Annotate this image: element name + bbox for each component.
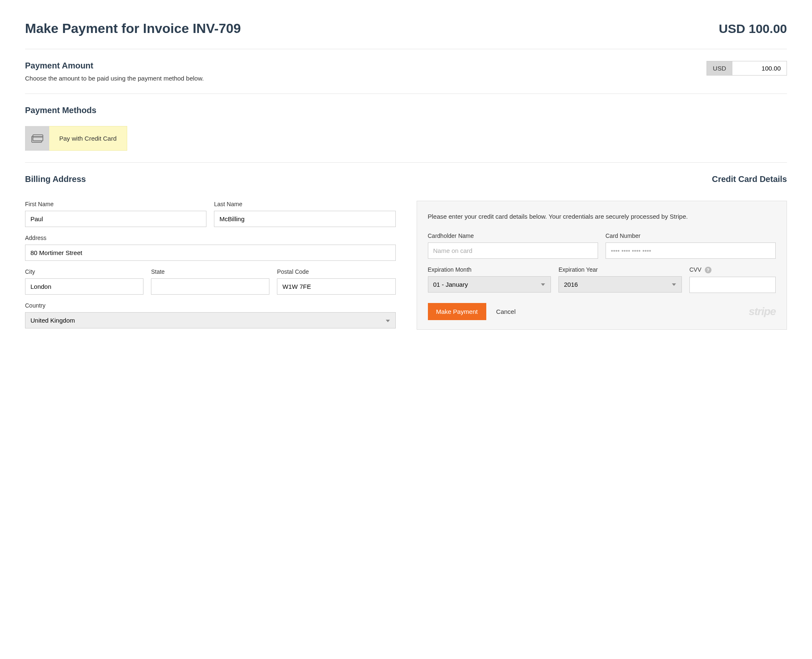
card-number-input[interactable] [606,242,776,259]
billing-title: Billing Address [25,174,86,184]
exp-month-select[interactable]: 01 - January [428,276,551,293]
address-input[interactable] [25,245,396,261]
credit-card-icon [25,126,49,151]
payment-amount-desc: Choose the amount to be paid using the p… [25,75,204,82]
payment-methods-section: Payment Methods Pay with Credit Card [25,94,787,163]
help-icon[interactable]: ? [705,267,711,273]
card-title: Credit Card Details [712,174,787,184]
svg-rect-2 [33,136,43,137]
city-input[interactable] [25,278,143,295]
payment-amount-section: Payment Amount Choose the amount to be p… [25,49,787,94]
method-label: Pay with Credit Card [49,126,127,151]
amount-input-group: USD [706,61,787,76]
card-number-label: Card Number [606,232,776,239]
state-input[interactable] [151,278,269,295]
svg-rect-1 [33,134,43,141]
first-name-label: First Name [25,201,206,207]
state-label: State [151,268,269,275]
country-label: Country [25,302,396,309]
cardholder-name-label: Cardholder Name [428,232,598,239]
cvv-input[interactable] [689,277,776,293]
cancel-button[interactable]: Cancel [496,308,516,315]
cvv-label: CVV ? [689,266,776,273]
payment-methods-title: Payment Methods [25,106,787,115]
exp-year-label: Expiration Year [558,266,682,273]
page-title: Make Payment for Invoice INV-709 [25,21,241,36]
postal-input[interactable] [277,278,395,295]
last-name-label: Last Name [214,201,395,207]
page-header: Make Payment for Invoice INV-709 USD 100… [25,21,787,49]
address-label: Address [25,235,396,241]
postal-label: Postal Code [277,268,395,275]
last-name-input[interactable] [214,211,395,227]
cardholder-name-input[interactable] [428,242,598,259]
currency-prefix: USD [707,61,732,75]
amount-input[interactable] [732,61,787,75]
payment-amount-title: Payment Amount [25,61,204,71]
country-select[interactable]: United Kingdom [25,312,396,328]
billing-form: First Name Last Name Address City [25,201,396,336]
details-section: Billing Address Credit Card Details Firs… [25,163,787,348]
first-name-input[interactable] [25,211,206,227]
exp-month-label: Expiration Month [428,266,551,273]
invoice-total: USD 100.00 [719,22,787,36]
method-credit-card[interactable]: Pay with Credit Card [25,126,127,151]
make-payment-button[interactable]: Make Payment [428,303,486,320]
card-form: Please enter your credit card details be… [417,201,787,336]
card-intro: Please enter your credit card details be… [428,212,776,222]
exp-year-select[interactable]: 2016 [558,276,682,293]
stripe-logo: stripe [749,305,776,318]
city-label: City [25,268,143,275]
